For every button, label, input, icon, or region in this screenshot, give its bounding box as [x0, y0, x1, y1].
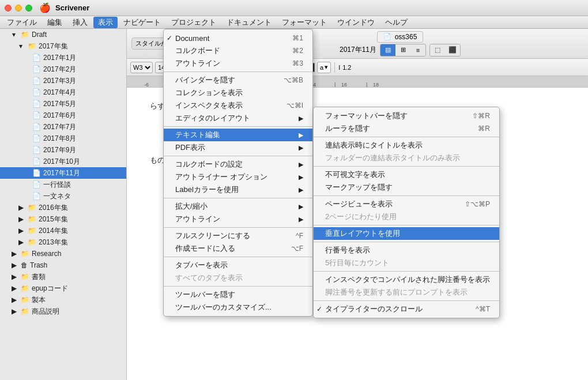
submenu-arrow: ▶	[299, 144, 303, 152]
view-doc-button[interactable]: ▤	[380, 44, 395, 56]
menu-entry-fullscreen[interactable]: フルスクリーンにする ^F	[164, 229, 312, 242]
menu-insert[interactable]: 挿入	[68, 17, 92, 28]
menu-sep-c	[314, 195, 499, 196]
sidebar-item-draft[interactable]: ▾ 📁 Draft	[0, 29, 126, 40]
sidebar-item-2017-6[interactable]: 📄 2017年6月	[0, 110, 126, 121]
menu-entry-label: ツールバーのカスタマイズ...	[175, 302, 272, 313]
menu-project[interactable]: プロジェクト	[167, 17, 221, 28]
menu-entry-cork-settings[interactable]: コルクボードの設定 ▶	[164, 158, 312, 171]
menu-sep-e	[314, 242, 499, 242]
menu-window[interactable]: ウインドウ	[333, 17, 379, 28]
style-select[interactable]: W3	[130, 62, 153, 73]
menu-entry-tabbar[interactable]: タブバーを表示	[164, 259, 312, 272]
menu-format[interactable]: フォーマット	[277, 17, 331, 28]
menu-sep-6	[164, 257, 312, 257]
maximize-button[interactable]	[25, 5, 32, 12]
sidebar-item-research[interactable]: ▶ 📁 Research	[0, 248, 126, 259]
menu-document[interactable]: ドキュメント	[222, 17, 276, 28]
menu-entry-label: バインダーを隠す	[175, 75, 235, 85]
folder-icon: 📁	[21, 284, 29, 292]
sidebar-item-2017-1[interactable]: 📄 2017年1月	[0, 52, 126, 63]
sidebar-item-2017-4[interactable]: 📄 2017年4月	[0, 86, 126, 98]
submenu-arrow: ▶	[299, 131, 303, 139]
sidebar-item-2017-11[interactable]: 📄 2017年11月	[0, 167, 126, 179]
menu-entry-customize-toolbar[interactable]: ツールバーのカスタマイズ...	[164, 301, 312, 314]
menu-navigate[interactable]: ナビゲート	[119, 17, 165, 28]
menu-entry-collections[interactable]: コレクションを表示	[164, 86, 312, 99]
sidebar-item-2014[interactable]: ▶ 📁 2014年集	[0, 225, 126, 236]
menu-entry-hide-formatbar[interactable]: フォーマットバーを隠す ⇧⌘R	[314, 110, 499, 122]
menu-entry-label: マークアップを隠す	[325, 182, 393, 193]
menu-entry-line-numbers[interactable]: 行番号を表示	[314, 244, 499, 257]
menu-entry-hide-toolbar[interactable]: ツールバーを隠す	[164, 288, 312, 301]
submenu-arrow: ▶	[299, 216, 303, 223]
menu-help[interactable]: ヘルプ	[380, 17, 412, 28]
sidebar-item-shohin[interactable]: ▶ 📁 商品説明	[0, 306, 126, 317]
sidebar-item-ikkoukaidan[interactable]: 📄 一行怪談	[0, 179, 126, 190]
view-mode-buttons: ▤ ⊞ ≡	[380, 44, 426, 57]
sidebar-item-shorui[interactable]: ▶ 📁 書類	[0, 271, 126, 283]
highlight-picker[interactable]: a ▾	[317, 62, 331, 73]
sidebar-item-2017-2[interactable]: 📄 2017年2月	[0, 63, 126, 75]
menu-entry-compose[interactable]: 作成モードに入る ⌥F	[164, 242, 312, 255]
menu-entry-page-view[interactable]: ページビューを表示 ⇧⌥⌘P	[314, 198, 499, 210]
sidebar-item-2017[interactable]: ▾ 📁 2017年集	[0, 40, 126, 52]
sidebar-item-2017-7[interactable]: 📄 2017年7月	[0, 121, 126, 133]
expand-icon: ▾	[16, 42, 25, 50]
sidebar-item-2017-10[interactable]: 📄 2017年10月	[0, 156, 126, 167]
sidebar-item-2017-8[interactable]: 📄 2017年8月	[0, 133, 126, 144]
sidebar-item-label: 2017年4月	[43, 88, 76, 97]
expand-icon: ▶	[9, 250, 18, 258]
sidebar-item-2015[interactable]: ▶ 📁 2015年集	[0, 213, 126, 225]
close-button[interactable]	[5, 5, 12, 12]
menu-entry-pdf[interactable]: PDF表示 ▶	[164, 141, 312, 154]
shortcut-label: ⇧⌥⌘P	[453, 200, 490, 208]
sidebar-item-label: Trash	[30, 261, 47, 269]
menu-entry-vertical-layout[interactable]: 垂直レイアウトを使用	[314, 227, 499, 240]
menu-entry-label-color[interactable]: Labelカラーを使用 ▶	[164, 183, 312, 196]
menu-sep-a	[314, 137, 499, 137]
sidebar-item-ichibunneta[interactable]: 📄 一文ネタ	[0, 190, 126, 202]
menu-entry-corkboard[interactable]: コルクボード ⌘2	[164, 44, 312, 57]
menu-entry-document[interactable]: ✓ Document ⌘1	[164, 32, 312, 44]
menu-entry-typewriter-scroll[interactable]: ✓ タイプライターのスクロール ^⌘T	[314, 303, 499, 315]
menu-file[interactable]: ファイル	[2, 17, 42, 28]
apple-menu-icon[interactable]: 🍎	[39, 2, 51, 13]
menu-entry-show-title[interactable]: 連結表示時にタイトルを表示	[314, 139, 499, 152]
view-outline-button[interactable]: ≡	[410, 44, 425, 56]
split-h-button[interactable]: ⬚	[430, 44, 445, 56]
doc-icon: 📄	[32, 146, 41, 154]
menu-entry-hide-markup[interactable]: マークアップを隠す	[314, 181, 499, 194]
menu-view[interactable]: 表示	[93, 17, 118, 28]
sidebar-item-2013[interactable]: ▶ 📁 2013年集	[0, 236, 126, 248]
menu-entry-hide-ruler[interactable]: ルーラを隠す ⌘R	[314, 122, 499, 135]
menu-sep-2	[164, 126, 312, 127]
sidebar-item-trash[interactable]: ▶ 🗑 Trash	[0, 259, 126, 271]
menu-entry-inspector[interactable]: インスペクタを表示 ⌥⌘I	[164, 99, 312, 112]
menu-entry-hide-binder[interactable]: バインダーを隠す ⌥⌘B	[164, 74, 312, 86]
menu-edit[interactable]: 編集	[43, 17, 67, 28]
split-v-button[interactable]: ⬛	[445, 44, 460, 56]
menu-entry-label: フォルダーの連結表示タイトルのみ表示	[325, 153, 460, 163]
menu-entry-zoom[interactable]: 拡大/縮小 ▶	[164, 200, 312, 213]
sidebar-item-2017-5[interactable]: 📄 2017年5月	[0, 98, 126, 110]
view-cork-button[interactable]: ⊞	[395, 44, 410, 56]
minimize-button[interactable]	[15, 5, 22, 12]
menu-entry-outliner-options[interactable]: アウトライナー オプション ▶	[164, 171, 312, 183]
sidebar-item-2016[interactable]: ▶ 📁 2016年集	[0, 202, 126, 213]
sidebar-item-label: 一行怪談	[43, 180, 71, 190]
menu-entry-editor-layout[interactable]: エディタのレイアウト ▶	[164, 112, 312, 125]
menu-entry-label: フォーマットバーを隠す	[325, 111, 408, 121]
menu-entry-footnote-num[interactable]: インスペクタでコンパイルされた脚注番号を表示	[314, 273, 499, 286]
menu-entry-outline2[interactable]: アウトライン ▶	[164, 213, 312, 225]
menu-entry-outline[interactable]: アウトライン ⌘3	[164, 57, 312, 70]
menu-entry-text-edit[interactable]: テキスト編集 ▶	[164, 129, 312, 141]
sidebar-item-epub[interactable]: ▶ 📁 epupコード	[0, 283, 126, 294]
sidebar-item-seihon[interactable]: ▶ 📁 製本	[0, 294, 126, 306]
sidebar-item-2017-3[interactable]: 📄 2017年3月	[0, 75, 126, 86]
expand-icon: ▶	[9, 307, 18, 315]
sidebar-item-2017-9[interactable]: 📄 2017年9月	[0, 144, 126, 156]
folder-icon: 📁	[28, 42, 36, 50]
menu-entry-show-invisible[interactable]: 不可視文字を表示	[314, 168, 499, 181]
menu-entry-label: 連結表示時にタイトルを表示	[325, 140, 423, 151]
